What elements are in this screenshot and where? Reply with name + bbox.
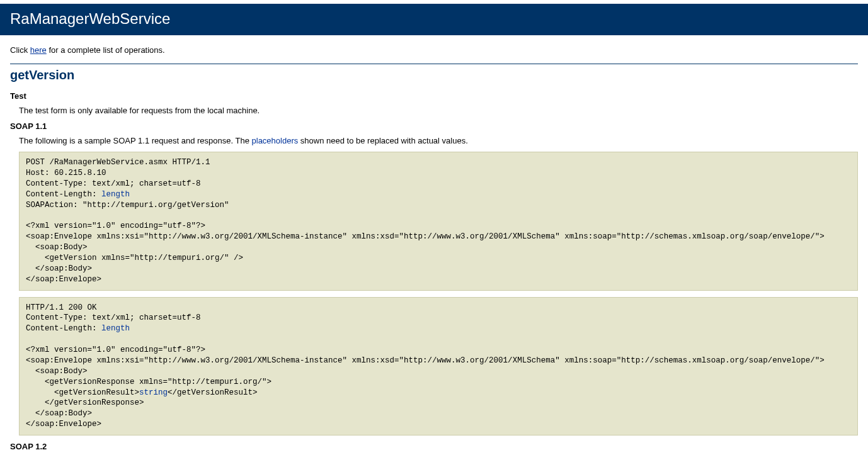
string-placeholder: string — [139, 388, 168, 397]
soap11-desc-suffix: shown need to be replaced with actual va… — [298, 136, 468, 145]
operation-name: getVersion — [10, 68, 858, 82]
service-title: RaManagerWebService — [10, 10, 858, 28]
operations-list-link[interactable]: here — [30, 45, 47, 55]
soap11-desc: The following is a sample SOAP 1.1 reque… — [19, 136, 858, 145]
header-banner: RaManagerWebService — [0, 4, 868, 35]
intro-prefix: Click — [10, 45, 30, 55]
soap12-heading: SOAP 1.2 — [10, 442, 858, 451]
intro-suffix: for a complete list of operations. — [47, 45, 165, 55]
length-placeholder: length — [101, 324, 130, 333]
content-area: Click here for a complete list of operat… — [0, 35, 868, 455]
soap11-desc-prefix: The following is a sample SOAP 1.1 reque… — [19, 136, 252, 145]
intro-line: Click here for a complete list of operat… — [10, 45, 858, 55]
soap11-desc-placeholder: placeholders — [252, 136, 299, 145]
soap11-request-block: POST /RaManagerWebService.asmx HTTP/1.1 … — [19, 152, 858, 291]
soap11-response-block: HTTP/1.1 200 OK Content-Type: text/xml; … — [19, 297, 858, 436]
divider — [10, 64, 858, 64]
test-heading: Test — [10, 91, 858, 101]
length-placeholder: length — [101, 190, 130, 199]
test-desc: The test form is only available for requ… — [19, 106, 858, 115]
soap11-heading: SOAP 1.1 — [10, 121, 858, 131]
